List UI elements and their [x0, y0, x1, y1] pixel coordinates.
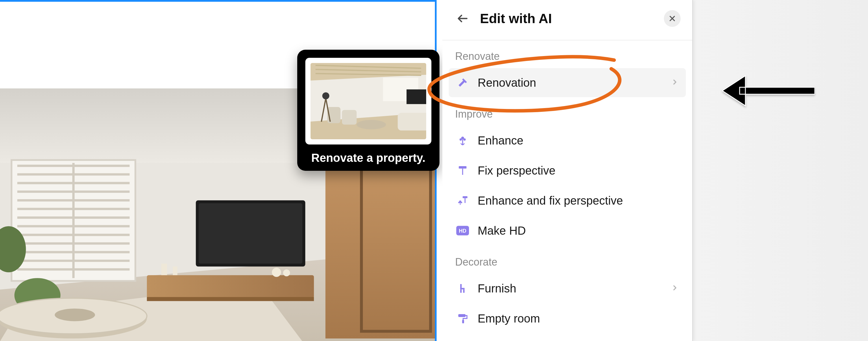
- menu-item-fix-perspective[interactable]: Fix perspective: [449, 156, 686, 185]
- svg-marker-72: [722, 76, 745, 106]
- perspective-icon: [456, 164, 470, 177]
- flower-perspective-icon: [456, 194, 470, 207]
- menu-item-renovation[interactable]: Renovation: [449, 68, 686, 97]
- close-icon: [668, 14, 677, 23]
- svg-rect-25: [147, 297, 314, 301]
- svg-rect-67: [463, 289, 465, 293]
- svg-rect-66: [460, 288, 465, 289]
- svg-point-48: [322, 93, 329, 99]
- section-renovate-label: Renovate: [442, 40, 692, 67]
- edit-with-ai-panel: Edit with AI Renovate Renovation Improve: [442, 0, 693, 341]
- svg-rect-68: [460, 289, 462, 293]
- menu-item-enhance[interactable]: Enhance: [449, 126, 686, 155]
- svg-point-28: [272, 268, 281, 277]
- menu-label: Enhance: [478, 134, 679, 147]
- menu-label: Fix perspective: [478, 164, 679, 177]
- menu-item-furnish[interactable]: Furnish: [449, 274, 686, 303]
- roller-icon: [456, 311, 470, 326]
- svg-point-35: [55, 309, 95, 321]
- menu-label: Make HD: [478, 224, 679, 237]
- tooltip-renovate-property: Renovate a property.: [297, 50, 439, 171]
- menu-item-make-hd[interactable]: HD Make HD: [449, 216, 686, 245]
- menu-label: Furnish: [478, 282, 671, 295]
- svg-rect-27: [173, 267, 178, 275]
- chevron-right-icon: [671, 284, 679, 293]
- svg-rect-43: [398, 113, 426, 131]
- svg-text:HD: HD: [459, 228, 466, 234]
- svg-rect-62: [465, 198, 466, 203]
- svg-rect-70: [462, 320, 464, 323]
- section-decorate-label: Decorate: [442, 246, 692, 273]
- menu-label: Enhance and fix perspective: [478, 194, 679, 207]
- panel-header: Edit with AI: [442, 0, 692, 40]
- svg-point-49: [356, 120, 386, 129]
- svg-rect-55: [459, 166, 467, 168]
- svg-rect-26: [161, 264, 167, 275]
- svg-rect-56: [462, 168, 463, 175]
- svg-point-52: [460, 138, 462, 141]
- hammer-icon: [456, 76, 470, 90]
- svg-rect-24: [147, 275, 314, 298]
- svg-rect-44: [342, 110, 357, 125]
- annotation-arrow: [722, 73, 815, 108]
- tooltip-thumbnail: [305, 58, 431, 144]
- svg-rect-71: [740, 87, 815, 94]
- panel-title: Edit with AI: [480, 11, 664, 26]
- menu-item-enhance-fix-perspective[interactable]: Enhance and fix perspective: [449, 186, 686, 215]
- chevron-right-icon: [671, 78, 679, 87]
- chair-icon: [456, 281, 470, 295]
- arrow-left-icon: [456, 12, 469, 25]
- svg-rect-60: [460, 203, 461, 205]
- flower-icon: [456, 134, 470, 147]
- menu-item-empty-room[interactable]: Empty room: [449, 304, 686, 333]
- tooltip-text: Renovate a property.: [305, 151, 431, 164]
- menu-label: Renovation: [478, 76, 671, 89]
- svg-rect-54: [462, 140, 463, 144]
- hd-badge-icon: HD: [456, 224, 470, 238]
- svg-rect-61: [463, 196, 468, 198]
- svg-rect-50: [406, 89, 426, 104]
- close-button[interactable]: [664, 10, 681, 27]
- outside-app-area: [693, 0, 868, 341]
- svg-point-58: [458, 202, 460, 203]
- svg-point-59: [461, 202, 462, 203]
- svg-rect-23: [199, 203, 303, 264]
- section-improve-label: Improve: [442, 98, 692, 125]
- svg-point-29: [283, 269, 290, 276]
- back-button[interactable]: [454, 10, 471, 27]
- menu-label: Empty room: [478, 312, 679, 325]
- svg-rect-69: [458, 314, 466, 317]
- svg-rect-21: [363, 163, 429, 330]
- svg-point-53: [464, 138, 466, 141]
